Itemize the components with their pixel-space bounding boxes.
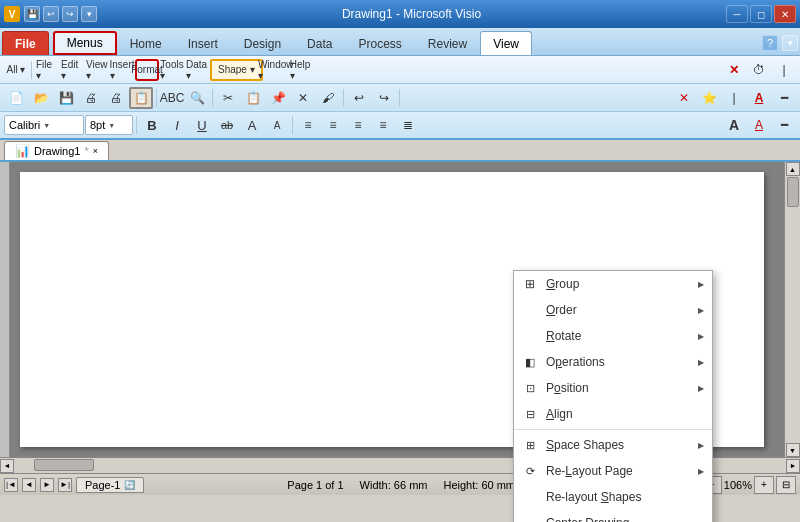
btn-font-size-dn[interactable]: A (265, 114, 289, 136)
zoom-in-btn[interactable]: + (754, 476, 774, 494)
menu-item-position[interactable]: ⊡ Position ▶ (514, 375, 712, 401)
btn-star[interactable]: ⭐ (697, 87, 721, 109)
btn-redo[interactable]: ↪ (372, 87, 396, 109)
status-page: Page 1 of 1 (287, 479, 343, 491)
btn-delete[interactable]: ✕ (291, 87, 315, 109)
btn-line[interactable]: ━ (772, 87, 796, 109)
doc-tab-drawing1[interactable]: 📊 Drawing1 * × (4, 141, 109, 160)
btn-italic[interactable]: I (165, 114, 189, 136)
center-drawing-label: Center Drawing (546, 516, 704, 522)
tab-review[interactable]: Review (415, 31, 480, 55)
menu-item-re-layout-shapes[interactable]: Re-layout Shapes (514, 484, 712, 510)
btn-list[interactable]: ≣ (396, 114, 420, 136)
restore-button[interactable]: ◻ (750, 5, 772, 23)
font-name-selector[interactable]: Calibri (4, 115, 84, 135)
btn-align-c[interactable]: ≡ (321, 114, 345, 136)
btn-tools[interactable]: Tools ▾ (160, 59, 184, 81)
btn-format[interactable]: Format (135, 59, 159, 81)
btn-undo[interactable]: ↩ (347, 87, 371, 109)
btn-help[interactable]: Help ▾ (289, 59, 313, 81)
menu-item-align[interactable]: ⊟ Align (514, 401, 712, 427)
menu-item-space-shapes[interactable]: ⊞ Space Shapes ▶ (514, 432, 712, 458)
scroll-thumb-v[interactable] (787, 177, 799, 207)
hscroll-thumb[interactable] (34, 459, 94, 471)
tab-menus[interactable]: Menus (53, 31, 117, 55)
btn-shape[interactable]: Shape ▾ (210, 59, 263, 81)
page-prev-btn[interactable]: ◄ (22, 478, 36, 492)
btn-preview[interactable]: 📋 (129, 87, 153, 109)
btn-bold[interactable]: B (140, 114, 164, 136)
page-next-btn[interactable]: ► (40, 478, 54, 492)
qs-more[interactable]: ▾ (81, 6, 97, 22)
btn-justify[interactable]: ≡ (371, 114, 395, 136)
tab-process[interactable]: Process (345, 31, 414, 55)
scroll-left-arrow[interactable]: ◄ (0, 459, 14, 473)
scroll-right-arrow[interactable]: ► (786, 459, 800, 473)
btn-format2[interactable]: 🖌 (316, 87, 340, 109)
menu-item-order[interactable]: Order ▶ (514, 297, 712, 323)
btn-x-right[interactable]: ✕ (722, 59, 746, 81)
status-height: Height: 60 mm (443, 479, 515, 491)
btn-underline[interactable]: U (190, 114, 214, 136)
btn-bar1[interactable]: | (772, 59, 796, 81)
btn-saveas[interactable]: 🖨 (79, 87, 103, 109)
btn-copy[interactable]: 📋 (241, 87, 265, 109)
btn-all[interactable]: All ▾ (4, 59, 28, 81)
btn-file[interactable]: File ▾ (35, 59, 59, 81)
operations-arrow: ▶ (698, 358, 704, 367)
btn-view[interactable]: View ▾ (85, 59, 109, 81)
minimize-button[interactable]: ─ (726, 5, 748, 23)
btn-a-red[interactable]: A (747, 87, 771, 109)
btn-bar2[interactable]: | (722, 87, 746, 109)
menu-item-re-layout-page[interactable]: ⟳ Re-Layout Page ▶ (514, 458, 712, 484)
btn-clock[interactable]: ⏱ (747, 59, 771, 81)
tab-file[interactable]: File (2, 31, 49, 55)
tab-insert[interactable]: Insert (175, 31, 231, 55)
tab-design[interactable]: Design (231, 31, 294, 55)
tab-view[interactable]: View (480, 31, 532, 55)
btn-edit[interactable]: Edit ▾ (60, 59, 84, 81)
btn-new[interactable]: 📄 (4, 87, 28, 109)
doc-tab-close[interactable]: × (93, 146, 98, 156)
scroll-up-arrow[interactable]: ▲ (786, 162, 800, 176)
tab-home[interactable]: Home (117, 31, 175, 55)
menu-item-center-drawing[interactable]: Center Drawing (514, 510, 712, 522)
center-drawing-icon (520, 513, 540, 522)
qs-redo[interactable]: ↪ (62, 6, 78, 22)
qs-undo[interactable]: ↩ (43, 6, 59, 22)
ribbon-toggle[interactable]: ▾ (782, 35, 798, 51)
btn-strikethrough[interactable]: ab (215, 114, 239, 136)
btn-data[interactable]: Data ▾ (185, 59, 209, 81)
tab-data[interactable]: Data (294, 31, 345, 55)
btn-A-line[interactable]: ━ (772, 114, 796, 136)
btn-align-l[interactable]: ≡ (296, 114, 320, 136)
btn-A-style[interactable]: A (747, 114, 771, 136)
btn-save[interactable]: 💾 (54, 87, 78, 109)
menu-item-rotate[interactable]: Rotate ▶ (514, 323, 712, 349)
operations-icon: ◧ (520, 352, 540, 372)
menu-item-operations[interactable]: ◧ Operations ▶ (514, 349, 712, 375)
group-icon: ⊞ (520, 274, 540, 294)
btn-x2[interactable]: ✕ (672, 87, 696, 109)
qs-save[interactable]: 💾 (24, 6, 40, 22)
font-size-selector[interactable]: 8pt (85, 115, 133, 135)
fit-page-btn[interactable]: ⊟ (776, 476, 796, 494)
btn-cut[interactable]: ✂ (216, 87, 240, 109)
btn-window[interactable]: Window ▾ (264, 59, 288, 81)
scroll-down-arrow[interactable]: ▼ (786, 443, 800, 457)
page-first-btn[interactable]: |◄ (4, 478, 18, 492)
btn-print[interactable]: 🖨 (104, 87, 128, 109)
doc-tab-bar: 📊 Drawing1 * × (0, 140, 800, 162)
page-tab-1[interactable]: Page-1 🔄 (76, 477, 144, 493)
page-last-btn[interactable]: ►| (58, 478, 72, 492)
btn-spell[interactable]: ABC (160, 87, 184, 109)
btn-search2[interactable]: 🔍 (185, 87, 209, 109)
close-button[interactable]: ✕ (774, 5, 796, 23)
menu-item-group[interactable]: ⊞ Group ▶ (514, 271, 712, 297)
btn-open[interactable]: 📂 (29, 87, 53, 109)
btn-font-size-up[interactable]: A (240, 114, 264, 136)
btn-A-large[interactable]: A (722, 114, 746, 136)
btn-paste[interactable]: 📌 (266, 87, 290, 109)
help-button[interactable]: ? (762, 35, 778, 51)
btn-align-r[interactable]: ≡ (346, 114, 370, 136)
